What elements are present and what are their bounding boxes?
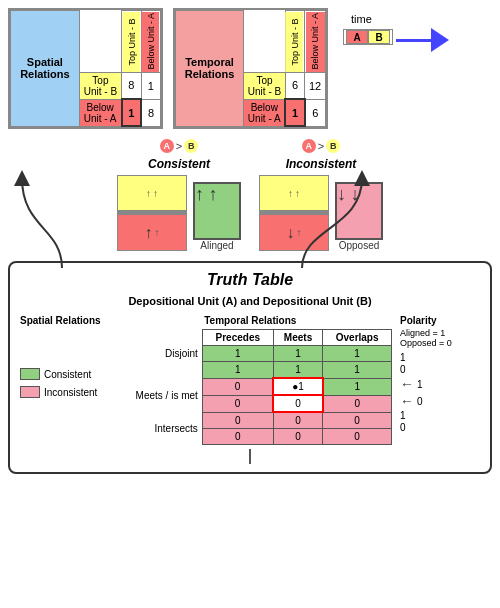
truth-table-subtitle: Depositional Unit (A) and Depositional U…	[20, 295, 480, 307]
circle-a-consistent: A	[160, 139, 174, 153]
spatial-row-b-label: Top Unit - B	[79, 72, 121, 99]
unit-stack-inconsistent: ↑ ↑ ↓ ↑	[259, 175, 329, 251]
spatial-relations-tt-label: Spatial Relations	[20, 315, 101, 326]
spatial-b-b: 8	[122, 72, 141, 99]
temporal-relations-header: Temporal Relations	[109, 315, 392, 326]
ab-label-inconsistent: A > B	[302, 139, 340, 153]
consistent-group: A > B Consistent ↑ ↑ ↑	[117, 139, 241, 251]
circle-a-inconsistent: A	[302, 139, 316, 153]
time-box-b: B	[368, 30, 390, 44]
temporal-b-a: 12	[305, 72, 326, 99]
tt-header-row: Precedes Meets Overlaps	[109, 330, 392, 346]
middle-section: A > B Consistent ↑ ↑ ↑	[8, 139, 492, 251]
opposed-label: Opposed	[339, 240, 380, 251]
inconsistent-group: A > B Inconsistent ↑ ↑ ↓	[259, 139, 383, 251]
time-diagram: time A B	[343, 13, 449, 55]
polarity-opposed: Opposed = 0	[400, 338, 480, 348]
tt-disjoint2-precedes: 1	[202, 362, 273, 379]
tt-row-intersects1: Intersects 0 0 0	[109, 412, 392, 429]
spatial-a-b: 1	[122, 99, 141, 126]
tt-label-disjoint: Disjoint	[109, 346, 203, 362]
polarity-title: Polarity	[400, 315, 480, 326]
main-container: SpatialRelations Top Unit - B Below Unit…	[0, 0, 500, 608]
temporal-col-a: Below Unit - A	[305, 11, 326, 73]
legend-consistent-label: Consistent	[44, 369, 91, 380]
circle-b-consistent: B	[184, 139, 198, 153]
tt-intersects2-precedes: 0	[202, 429, 273, 445]
tt-col-overlaps: Overlaps	[323, 330, 392, 346]
temporal-row-b-label: Top Unit - B	[244, 72, 286, 99]
pv-4: 0	[417, 396, 423, 407]
time-box-a: A	[346, 30, 368, 44]
temporal-a-b: 1	[285, 99, 304, 126]
polarity-values: 1 0 ← 1 ← 0 1	[400, 352, 480, 433]
spatial-b-a: 1	[141, 72, 160, 99]
unit-bottom-consistent: ↑ ↑	[118, 215, 186, 250]
spatial-relations-table: SpatialRelations Top Unit - B Below Unit…	[8, 8, 163, 129]
tt-disjoint-precedes: 1	[202, 346, 273, 362]
time-arrow	[396, 28, 449, 52]
temporal-b-b: 6	[285, 72, 304, 99]
tt-row-meets1: Meets / is met 0 ●1 1	[109, 378, 392, 395]
legend-inconsistent-label: Inconsistent	[44, 387, 97, 398]
tt-left: Spatial Relations Consistent Inconsisten…	[20, 315, 101, 400]
spatial-col-b: Top Unit - B	[122, 11, 141, 73]
tt-meets1-precedes: 0	[202, 378, 273, 395]
tt-intersects2-overlaps: 0	[323, 429, 392, 445]
spatial-row-a-label: Below Unit - A	[79, 99, 121, 126]
polarity-aligned: Aligned = 1	[400, 328, 480, 338]
tt-disjoint2-meets: 1	[273, 362, 323, 379]
tt-table: Precedes Meets Overlaps Disjoint 1 1 1 1	[109, 329, 392, 445]
unit-stack-consistent: ↑ ↑ ↑ ↑	[117, 175, 187, 251]
spatial-title: SpatialRelations	[11, 11, 80, 127]
pv-6: 0	[400, 422, 406, 433]
tt-intersects1-meets: 0	[273, 412, 323, 429]
legend-box-inconsistent	[20, 386, 40, 398]
temporal-a-a: 6	[305, 99, 326, 126]
tt-disjoint-overlaps: 1	[323, 346, 392, 362]
legend-inconsistent: Inconsistent	[20, 386, 101, 398]
pv-2: 0	[400, 364, 406, 375]
tt-main: Temporal Relations Precedes Meets Overla…	[109, 315, 392, 445]
arrow-left-1: ←	[400, 376, 414, 392]
spatial-col-a: Below Unit - A	[141, 11, 160, 73]
oval-consistent: ↑ ↑	[193, 182, 241, 240]
oval-inconsistent: ↓ ↓	[335, 182, 383, 240]
temporal-title: TemporalRelations	[176, 11, 244, 127]
time-label: time	[351, 13, 372, 25]
bottom-divider	[249, 449, 251, 464]
truth-table-title: Truth Table	[20, 271, 480, 289]
legend-consistent: Consistent	[20, 368, 101, 380]
tt-meets1-meets-highlighted: ●1	[273, 378, 323, 395]
truth-table-section: Truth Table Depositional Unit (A) and De…	[8, 261, 492, 474]
consistent-label: Consistent	[148, 157, 210, 171]
tt-meets1-overlaps: 1	[323, 378, 392, 395]
pv-5: 1	[400, 410, 406, 421]
tt-meets2-meets-highlighted: 0	[273, 395, 323, 412]
truth-table-body: Spatial Relations Consistent Inconsisten…	[20, 315, 480, 445]
legend-box-consistent	[20, 368, 40, 380]
tt-col-precedes: Precedes	[202, 330, 273, 346]
tt-meets2-precedes: 0	[202, 395, 273, 412]
tt-col-meets: Meets	[273, 330, 323, 346]
tt-right: Polarity Aligned = 1 Opposed = 0 1 0 ← 1	[400, 315, 480, 433]
pv-1: 1	[400, 352, 406, 363]
pv-3: 1	[417, 379, 423, 390]
tt-intersects1-precedes: 0	[202, 412, 273, 429]
ab-label-consistent: A > B	[160, 139, 198, 153]
unit-bottom-inconsistent: ↓ ↑	[260, 215, 328, 250]
unit-top-inconsistent: ↑ ↑	[260, 176, 328, 211]
tt-meets2-overlaps: 0	[323, 395, 392, 412]
aligned-label: Alinged	[200, 240, 233, 251]
tt-intersects2-meets: 0	[273, 429, 323, 445]
tt-row-disjoint2: 1 1 1	[109, 362, 392, 379]
tt-intersects1-overlaps: 0	[323, 412, 392, 429]
circle-b-inconsistent: B	[326, 139, 340, 153]
temporal-row-a-label: Below Unit - A	[244, 99, 286, 126]
tt-disjoint-meets: 1	[273, 346, 323, 362]
unit-top-consistent: ↑ ↑	[118, 176, 186, 211]
tt-row-disjoint: Disjoint 1 1 1	[109, 346, 392, 362]
inconsistent-label: Inconsistent	[286, 157, 357, 171]
temporal-col-b: Top Unit - B	[285, 11, 304, 73]
tt-disjoint2-overlaps: 1	[323, 362, 392, 379]
